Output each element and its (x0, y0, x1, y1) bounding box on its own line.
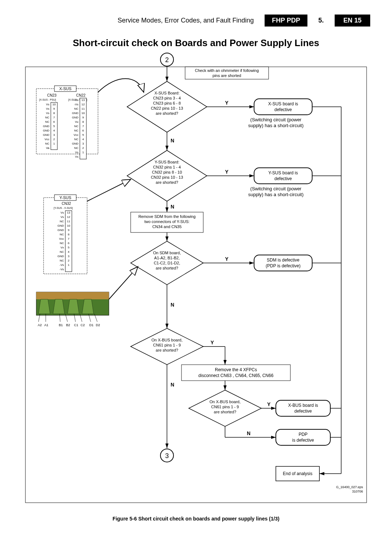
svg-text:(Switching circuit (power: (Switching circuit (power (250, 117, 302, 122)
svg-text:X-SUS Board:: X-SUS Board: (154, 91, 179, 95)
decision-sdm: On SDM board, A1-A2, B1-B2, C1-C2, D1-D2… (131, 241, 203, 285)
svg-marker-177 (53, 299, 65, 314)
svg-text:NC: NC (74, 138, 78, 141)
svg-text:7: 7 (53, 116, 55, 119)
svg-text:defective: defective (274, 107, 292, 112)
svg-text:NC: NC (45, 142, 49, 145)
model-badge: FHP PDP (265, 15, 307, 27)
svg-text:Vs: Vs (46, 112, 49, 115)
svg-text:D2: D2 (96, 323, 100, 327)
svg-text:disconnect CN63 , CN64, CN65, : disconnect CN63 , CN64, CN65, CN66 (199, 373, 274, 378)
svg-text:6: 6 (53, 120, 55, 123)
decision-xbus-1: On X-BUS board, CN61 pins 1 - 9 are shor… (131, 328, 203, 365)
svg-text:D1: D1 (89, 323, 94, 327)
svg-text:N: N (171, 138, 174, 143)
svg-text:1: 1 (82, 151, 84, 154)
svg-text:GND: GND (57, 255, 64, 258)
page-number: EN 15 (335, 15, 370, 27)
svg-text:X-SUS board is: X-SUS board is (268, 101, 298, 106)
svg-text:Check with an ohmmeter if foll: Check with an ohmmeter if following (195, 68, 259, 73)
svg-text:9: 9 (53, 107, 55, 110)
svg-text:Vs: Vs (46, 103, 49, 106)
svg-text:PDP: PDP (299, 432, 308, 437)
svg-text:Y: Y (211, 340, 214, 345)
svg-text:12: 12 (82, 103, 85, 106)
svg-text:N: N (171, 204, 174, 210)
svg-text:-Vs: -Vs (74, 98, 78, 102)
svg-text:Vu: Vu (75, 120, 79, 123)
svg-text:CN22: CN22 (76, 93, 86, 97)
svg-text:10: 10 (82, 112, 85, 115)
svg-text:Y: Y (267, 401, 271, 407)
svg-text:GND: GND (43, 133, 49, 137)
svg-text:Vcc: Vcc (45, 138, 49, 141)
svg-text:6: 6 (82, 129, 84, 132)
svg-text:Y: Y (225, 100, 229, 106)
svg-text:3: 3 (165, 452, 169, 459)
svg-text:N: N (171, 382, 174, 388)
svg-text:2: 2 (68, 259, 70, 262)
svg-text:Remove SDM from the following: Remove SDM from the following (138, 214, 196, 219)
svg-text:A2: A2 (38, 323, 42, 327)
svg-text:Y: Y (225, 256, 229, 262)
svg-text:On X-BUS board,: On X-BUS board, (209, 400, 241, 404)
connector-xsus: X-SUS CN23 [X-SUS - PSU] CN22 [X-SUS - Y… (36, 86, 98, 159)
svg-text:8: 8 (53, 112, 55, 115)
svg-text:GND: GND (72, 142, 78, 145)
svg-text:9: 9 (82, 116, 84, 119)
svg-text:3: 3 (53, 133, 55, 137)
svg-text:Y-SUS: Y-SUS (60, 195, 72, 200)
svg-text:7: 7 (82, 125, 84, 128)
svg-text:1: 1 (68, 263, 70, 267)
svg-marker-178 (68, 299, 79, 314)
decision-ysus: Y-SUS Board: CN32 pins 1 - 4 CN32 pins 8… (127, 150, 207, 201)
svg-text:pins are shorted: pins are shorted (213, 73, 241, 78)
svg-text:-Vs: -Vs (60, 268, 64, 271)
svg-text:2: 2 (165, 56, 169, 64)
svg-text:are shorted?: are shorted? (156, 348, 178, 352)
svg-text:Vs: Vs (61, 211, 64, 214)
svg-text:are shorted?: are shorted? (156, 111, 178, 116)
svg-text:4: 4 (68, 250, 70, 254)
svg-text:X-SUS: X-SUS (59, 86, 72, 91)
svg-text:two connectors of Y-SUS:: two connectors of Y-SUS: (144, 219, 190, 224)
svg-text:11: 11 (67, 220, 70, 223)
svg-text:GND: GND (57, 224, 64, 227)
svg-text:B2: B2 (66, 323, 70, 327)
svg-text:C1: C1 (74, 323, 78, 327)
svg-text:8: 8 (82, 120, 84, 123)
svg-text:12: 12 (67, 215, 70, 219)
svg-text:[X-SUS - PSU]: [X-SUS - PSU] (39, 98, 56, 101)
svg-text:1: 1 (53, 142, 55, 145)
svg-text:NC: NC (74, 125, 78, 128)
svg-text:3: 3 (82, 142, 84, 145)
svg-text:[Y-SUS - X-SUS]: [Y-SUS - X-SUS] (54, 207, 73, 210)
svg-text:are shorted?: are shorted? (156, 266, 178, 270)
svg-text:NC: NC (74, 107, 78, 110)
svg-text:GND: GND (72, 112, 78, 115)
svg-text:defective: defective (274, 176, 292, 181)
svg-text:G_16400_027.eps: G_16400_027.eps (336, 485, 363, 489)
svg-text:13: 13 (67, 211, 70, 214)
svg-text:3: 3 (68, 255, 70, 258)
svg-text:NC: NC (60, 250, 64, 254)
svg-text:NC: NC (45, 116, 49, 119)
svg-text:10: 10 (67, 224, 70, 227)
svg-text:N: N (171, 302, 174, 308)
svg-text:CN32 pins 10 - 13: CN32 pins 10 - 13 (151, 175, 183, 179)
svg-text:4: 4 (53, 129, 55, 132)
svg-text:Vs: Vs (61, 215, 64, 219)
svg-text:On X-BUS board,: On X-BUS board, (151, 338, 183, 342)
svg-text:CN23 pins 6 - 8: CN23 pins 6 - 8 (153, 101, 181, 105)
svg-text:GND: GND (72, 116, 78, 119)
svg-text:10: 10 (53, 103, 56, 106)
svg-text:CN61 pins 1 - 9: CN61 pins 1 - 9 (211, 405, 239, 409)
svg-text:7: 7 (68, 237, 70, 240)
svg-text:C1-C2, D1-D2,: C1-C2, D1-D2, (154, 261, 180, 265)
svg-text:NC: NC (60, 233, 64, 236)
decision-xsus: X-SUS Board: CN23 pins 3 - 4 CN23 pins 6… (127, 81, 207, 132)
svg-text:NC: NC (45, 120, 49, 123)
svg-text:NC: NC (60, 259, 64, 262)
svg-text:C2: C2 (81, 323, 85, 327)
page-title: Short-circuit check on Boards and Power … (22, 37, 370, 49)
